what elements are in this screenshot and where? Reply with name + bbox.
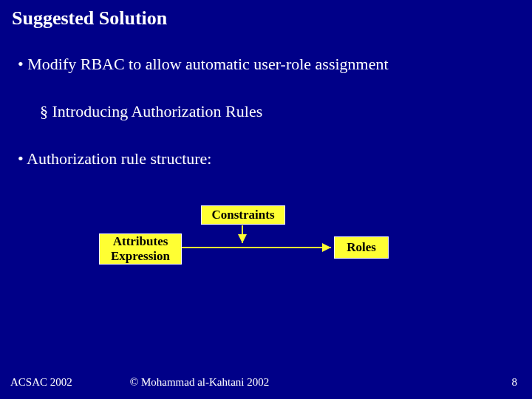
slide-content: • Modify RBAC to allow automatic user-ro… — [0, 34, 532, 182]
bullet-1-sub: § Introducing Authorization Rules — [6, 87, 526, 134]
footer-center: © Mohammad al-Kahtani 2002 — [0, 376, 532, 389]
footer-center-text: © Mohammad al-Kahtani 2002 — [130, 376, 269, 389]
box-attrs-line2: Expression — [111, 249, 170, 263]
bullet-2: • Authorization rule structure: — [6, 134, 526, 182]
box-attributes-expression: Attributes Expression — [99, 233, 182, 265]
box-roles: Roles — [334, 236, 389, 259]
bullet-1: • Modify RBAC to allow automatic user-ro… — [6, 55, 526, 87]
slide-title: Suggested Solution — [0, 0, 532, 34]
bullet-1-sub-text: Introducing Authorization Rules — [52, 102, 263, 120]
bullet-2-text: Authorization rule structure: — [27, 149, 211, 168]
box-attrs-line1: Attributes — [113, 234, 168, 248]
footer-page-number: 8 — [512, 376, 518, 389]
bullet-1-text: Modify RBAC to allow automatic user-role… — [27, 55, 388, 73]
box-constraints: Constraints — [201, 205, 285, 225]
